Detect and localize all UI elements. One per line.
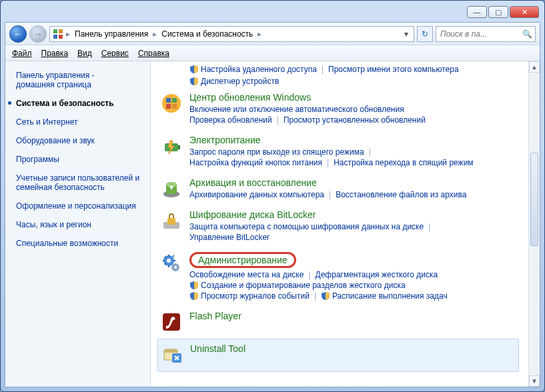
sidebar-item-hardware[interactable]: Оборудование и звук <box>16 133 145 148</box>
category-heading-highlighted[interactable]: Администрирование <box>189 252 296 268</box>
titlebar: — ▢ ✕ <box>5 5 540 22</box>
top-task-row: Диспетчер устройств <box>189 76 519 87</box>
sidebar-item-accessibility[interactable]: Специальные возможности <box>16 236 145 251</box>
content-body: Панель управления - домашняя страница Си… <box>5 61 540 387</box>
task-event-logs[interactable]: Просмотр журналов событий <box>201 291 310 301</box>
task-backup[interactable]: Архивирование данных компьютера <box>189 189 324 200</box>
task-device-manager[interactable]: Диспетчер устройств <box>201 76 279 87</box>
uninstall-tool-icon <box>161 343 183 366</box>
category-heading[interactable]: Архивация и восстановление <box>189 177 516 188</box>
svg-rect-14 <box>167 218 175 225</box>
sidebar-item-clock[interactable]: Часы, язык и регион <box>16 217 145 232</box>
separator: | <box>322 158 334 167</box>
task-power-buttons[interactable]: Настройка функций кнопок питания <box>189 157 322 168</box>
category-power: Электропитание Запрос пароля при выходе … <box>157 131 519 173</box>
menu-view[interactable]: Вид <box>77 49 92 58</box>
maximize-button[interactable]: ▢ <box>488 6 508 18</box>
breadcrumb-arrow-icon: ▸ <box>65 29 71 39</box>
breadcrumb-arrow-icon: ▸ <box>256 29 263 39</box>
nav-bar: ← → ▸ Панель управления ▸ Система и безо… <box>5 23 540 45</box>
breadcrumb-system-security[interactable]: Система и безопасность <box>159 29 255 39</box>
menu-help[interactable]: Справка <box>138 49 169 58</box>
task-bitlocker-protect[interactable]: Защита компьютера с помощью шифрования д… <box>189 221 424 232</box>
top-task-row: Настройка удаленного доступа | Просмотр … <box>189 64 519 75</box>
refresh-button[interactable]: ↻ <box>417 26 433 42</box>
close-button[interactable]: ✕ <box>510 6 539 18</box>
backup-icon <box>160 177 183 200</box>
svg-rect-6 <box>172 98 177 103</box>
svg-rect-21 <box>164 349 177 353</box>
main-panel: Настройка удаленного доступа | Просмотр … <box>151 61 528 387</box>
separator: | <box>364 147 376 157</box>
nav-back-button[interactable]: ← <box>9 25 27 43</box>
task-view-updates[interactable]: Просмотр установленных обновлений <box>284 115 426 125</box>
sidebar-item-system-security[interactable]: Система и безопасность <box>16 96 145 111</box>
category-heading[interactable]: Uninstall Tool <box>190 343 516 354</box>
separator: | <box>310 291 321 301</box>
sidebar-item-users[interactable]: Учетные записи пользователей и семейная … <box>16 171 145 195</box>
category-heading[interactable]: Шифрование диска BitLocker <box>189 209 516 220</box>
scrollbar[interactable]: ▲ ▼ <box>528 61 540 387</box>
search-input[interactable] <box>439 29 520 39</box>
breadcrumb-dropdown-icon[interactable]: ▾ <box>402 29 411 39</box>
window-frame: — ▢ ✕ ← → ▸ Панель управления ▸ Система … <box>0 0 545 392</box>
shield-icon <box>189 77 199 86</box>
task-defrag[interactable]: Дефрагментация жесткого диска <box>316 269 438 280</box>
breadcrumb[interactable]: ▸ Панель управления ▸ Система и безопасн… <box>49 26 414 42</box>
windows-update-icon <box>160 92 183 115</box>
task-restore[interactable]: Восстановление файлов из архива <box>336 189 466 200</box>
power-icon <box>160 135 183 157</box>
sidebar-home-label-2: домашняя страница <box>16 80 91 89</box>
task-check-updates[interactable]: Проверка обновлений <box>189 115 272 125</box>
svg-point-18 <box>174 266 177 269</box>
shield-icon <box>189 65 199 74</box>
shield-icon <box>321 291 330 301</box>
breadcrumb-arrow-icon: ▸ <box>151 29 158 39</box>
control-panel-icon <box>53 29 63 39</box>
flash-player-icon <box>160 311 183 333</box>
minimize-button[interactable]: — <box>467 6 487 18</box>
svg-point-4 <box>162 94 181 113</box>
category-backup: Архивация и восстановление Архивирование… <box>157 173 519 205</box>
task-wake-password[interactable]: Запрос пароля при выходе из спящего режи… <box>189 147 364 157</box>
task-computer-name[interactable]: Просмотр имени этого компьютера <box>328 64 459 75</box>
scroll-track[interactable] <box>529 73 540 375</box>
sidebar-item-appearance[interactable]: Оформление и персонализация <box>16 199 145 213</box>
category-flash-player: Flash Player <box>157 307 519 339</box>
category-heading[interactable]: Flash Player <box>189 311 516 321</box>
menu-tools[interactable]: Сервис <box>101 49 129 58</box>
menu-edit[interactable]: Правка <box>41 49 69 58</box>
search-box[interactable]: 🔍 <box>436 26 536 42</box>
sidebar-item-programs[interactable]: Программы <box>16 152 145 167</box>
task-partitions[interactable]: Создание и форматирование разделов жестк… <box>201 280 406 291</box>
svg-rect-7 <box>166 104 171 109</box>
menu-file[interactable]: Файл <box>12 49 32 58</box>
shield-icon <box>189 291 199 301</box>
task-scheduler[interactable]: Расписание выполнения задач <box>332 291 448 301</box>
svg-rect-1 <box>59 29 63 33</box>
task-auto-update[interactable]: Включение или отключение автоматического… <box>189 104 404 115</box>
separator: | <box>317 65 328 74</box>
sidebar: Панель управления - домашняя страница Си… <box>5 61 151 387</box>
separator: | <box>324 190 336 199</box>
task-bitlocker-manage[interactable]: Управление BitLocker <box>189 232 269 243</box>
sidebar-item-network[interactable]: Сеть и Интернет <box>16 115 145 129</box>
task-sleep-settings[interactable]: Настройка перехода в спящий режим <box>334 157 473 168</box>
nav-forward-button[interactable]: → <box>29 25 47 43</box>
task-disk-cleanup[interactable]: Освобождение места на диске <box>189 269 304 280</box>
bitlocker-icon <box>160 209 183 232</box>
svg-rect-5 <box>166 98 171 103</box>
category-uninstall-tool[interactable]: Uninstall Tool <box>157 339 519 372</box>
task-remote-access[interactable]: Настройка удаленного доступа <box>201 64 317 75</box>
separator: | <box>272 115 284 125</box>
scroll-up-button[interactable]: ▲ <box>529 61 540 73</box>
sidebar-home[interactable]: Панель управления - домашняя страница <box>16 68 145 92</box>
scroll-down-button[interactable]: ▼ <box>529 375 540 387</box>
category-heading[interactable]: Центр обновления Windows <box>189 92 516 103</box>
scroll-thumb[interactable] <box>530 153 538 246</box>
svg-rect-3 <box>59 35 63 39</box>
separator: | <box>304 270 315 279</box>
breadcrumb-control-panel[interactable]: Панель управления <box>73 29 150 39</box>
category-heading[interactable]: Электропитание <box>189 135 516 145</box>
administration-icon <box>160 252 183 275</box>
